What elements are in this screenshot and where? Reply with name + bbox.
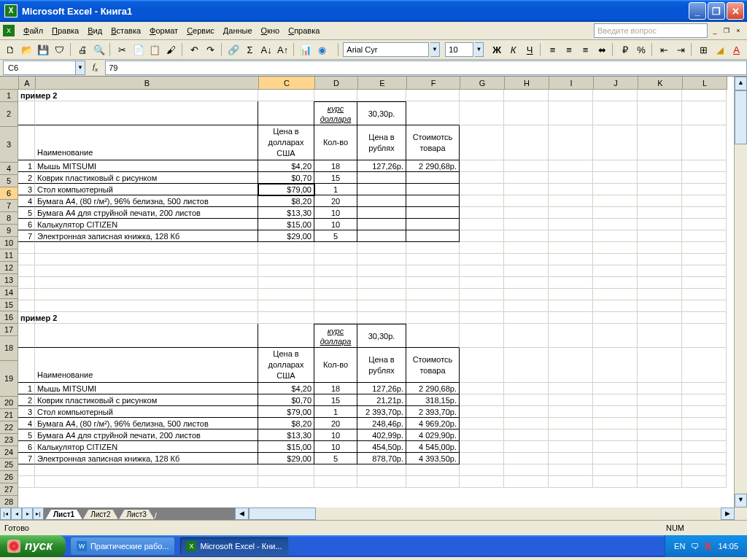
cell[interactable] <box>682 429 727 441</box>
cell[interactable]: курс доллара <box>314 101 357 125</box>
cell[interactable]: 4 969,20р. <box>406 418 460 429</box>
cell[interactable] <box>18 464 35 476</box>
cell[interactable] <box>504 418 549 429</box>
cell[interactable] <box>549 383 593 394</box>
cell[interactable]: Коврик пластиковый с рисунком <box>35 172 258 184</box>
cell[interactable] <box>638 195 682 207</box>
cell[interactable]: 10 <box>314 219 357 230</box>
cell[interactable] <box>357 172 406 184</box>
cell[interactable]: 3 <box>18 406 35 418</box>
cell[interactable] <box>357 265 406 277</box>
cell[interactable] <box>258 90 314 101</box>
cell[interactable] <box>18 289 35 300</box>
cell[interactable]: $15,00 <box>258 219 314 230</box>
cell[interactable] <box>314 242 357 254</box>
cell[interactable]: 6 <box>18 219 35 230</box>
cell[interactable] <box>406 242 460 254</box>
cell[interactable] <box>638 219 682 230</box>
cell[interactable]: 30,30р. <box>357 324 406 348</box>
cell[interactable] <box>682 418 727 429</box>
cell[interactable] <box>357 207 406 219</box>
cell[interactable]: Мышь MITSUMI <box>35 160 258 172</box>
cell[interactable] <box>460 90 504 101</box>
cell[interactable] <box>258 312 314 324</box>
row-header-15[interactable]: 15 <box>0 299 18 311</box>
cell[interactable] <box>460 453 504 464</box>
cell[interactable]: 454,50р. <box>357 441 406 453</box>
fx-icon[interactable]: fx <box>93 62 98 73</box>
cell[interactable] <box>504 219 549 230</box>
cell[interactable]: Бумага А4 для струйной печати, 200 листо… <box>35 429 258 441</box>
cell[interactable]: 1 <box>314 406 357 418</box>
format-painter-icon[interactable]: 🖌 <box>164 42 179 58</box>
cell[interactable] <box>406 289 460 300</box>
cell[interactable] <box>638 453 682 464</box>
cell[interactable] <box>593 254 638 265</box>
taskbar-item-excel[interactable]: XMicrosoft Excel - Кни... <box>179 537 288 556</box>
sort-asc-icon[interactable]: A↓ <box>259 42 274 58</box>
cell[interactable] <box>682 195 727 207</box>
cell[interactable]: Цена в рублях <box>357 125 406 160</box>
taskbar-item-word[interactable]: WПрактические рабо... <box>70 537 176 556</box>
cell[interactable] <box>460 418 504 429</box>
hscroll-thumb[interactable] <box>249 508 316 520</box>
cell[interactable] <box>460 101 504 125</box>
cell[interactable] <box>314 300 357 312</box>
cell[interactable]: Стол компьютерный <box>35 406 258 418</box>
decrease-indent-icon[interactable]: ⇤ <box>657 42 672 58</box>
cell[interactable] <box>593 184 638 195</box>
cell[interactable] <box>258 289 314 300</box>
cell[interactable] <box>549 441 593 453</box>
cell[interactable]: 20 <box>314 195 357 207</box>
cell[interactable]: $29,00 <box>258 230 314 242</box>
cell[interactable] <box>314 254 357 265</box>
cell[interactable] <box>460 429 504 441</box>
cell[interactable] <box>593 90 638 101</box>
cell[interactable] <box>460 242 504 254</box>
cell[interactable]: 10 <box>314 207 357 219</box>
cell[interactable] <box>504 90 549 101</box>
cell[interactable] <box>638 418 682 429</box>
cell[interactable]: 6 <box>18 441 35 453</box>
cell[interactable] <box>638 300 682 312</box>
paste-icon[interactable]: 📋 <box>147 42 163 58</box>
cell[interactable]: Электронная записная книжка, 128 Кб <box>35 453 258 464</box>
cell[interactable] <box>682 184 727 195</box>
cell[interactable] <box>460 277 504 289</box>
font-selector[interactable]: Arial Cyr <box>343 42 429 57</box>
cell[interactable] <box>593 300 638 312</box>
cell[interactable] <box>682 394 727 406</box>
cell[interactable]: 2 <box>18 394 35 406</box>
cell[interactable] <box>357 184 406 195</box>
menu-tools[interactable]: Сервис <box>182 24 219 37</box>
cell[interactable] <box>682 289 727 300</box>
cell[interactable] <box>258 101 314 125</box>
cell[interactable] <box>35 277 258 289</box>
cell[interactable] <box>357 464 406 476</box>
cell[interactable] <box>406 324 460 348</box>
col-header-D[interactable]: D <box>315 77 358 90</box>
cell[interactable] <box>549 300 593 312</box>
cell[interactable] <box>549 418 593 429</box>
cell[interactable] <box>314 277 357 289</box>
cell[interactable] <box>258 476 314 488</box>
row-header-6[interactable]: 6 <box>0 187 18 200</box>
cell[interactable] <box>357 242 406 254</box>
cell[interactable] <box>35 90 258 101</box>
row-header-18[interactable]: 18 <box>0 336 18 361</box>
cell[interactable] <box>593 101 638 125</box>
cell[interactable]: 10 <box>314 441 357 453</box>
cell[interactable] <box>549 195 593 207</box>
row-header-4[interactable]: 4 <box>0 163 18 175</box>
align-right-icon[interactable]: ≡ <box>578 42 593 58</box>
cell[interactable]: 4 029,90р. <box>406 429 460 441</box>
cell[interactable] <box>682 101 727 125</box>
cell[interactable] <box>682 406 727 418</box>
cell[interactable]: 402,99р. <box>357 429 406 441</box>
cell[interactable] <box>549 324 593 348</box>
row-header-3[interactable]: 3 <box>0 127 18 163</box>
cell[interactable] <box>593 394 638 406</box>
cell[interactable] <box>18 277 35 289</box>
col-header-J[interactable]: J <box>594 77 638 90</box>
row-header-19[interactable]: 19 <box>0 361 18 397</box>
